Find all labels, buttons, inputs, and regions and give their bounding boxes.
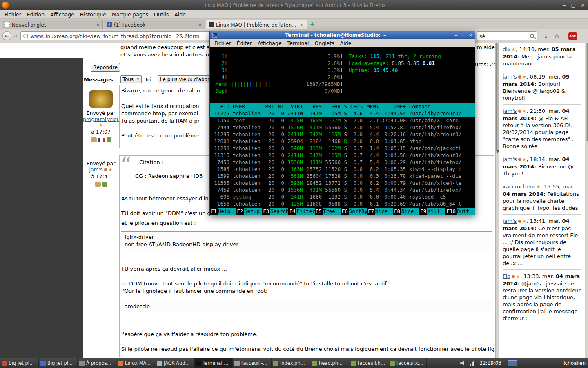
menu-affichage[interactable]: Affichage [47,11,77,18]
back-button[interactable]: ← [2,31,11,40]
tab-close-icon[interactable]: × [96,22,100,28]
fkey[interactable]: F2 [236,208,244,215]
search-icon[interactable] [530,34,534,38]
contacts-icon[interactable] [91,137,97,142]
shout-user-link[interactable]: jam's [503,74,517,80]
fkey-label[interactable]: Quit [457,208,475,215]
terminal-menu-diter[interactable]: Éditer [234,40,255,47]
close-button[interactable]: × [581,2,585,8]
messages-filter-select[interactable]: Tous ▼ [120,75,142,83]
fkey[interactable]: F10 [445,208,457,215]
menu-outils[interactable]: Outils [151,11,172,18]
terminal-menu-affichage[interactable]: Affichage [255,40,285,47]
taskbar-item-big-jet-pl[interactable]: Big jet pl... [39,358,78,368]
htop-header-row[interactable]: PIDUSERPRINIVIRTRESSHRSCPU%MEM%TIME+Comm… [210,103,475,110]
fkey[interactable]: F9 [419,208,427,215]
shout-user-link[interactable]: xaccrocheur [503,184,535,190]
url-text[interactable]: www.linuxmao.org/tiki-view_forum_thread.… [31,33,200,39]
fkey-label[interactable]: SortBy [349,208,367,215]
process-row[interactable]: 11315tchoalien2002411M347M115MS0.74.40:0… [210,152,475,159]
shout-user-link[interactable]: jam's [503,156,517,162]
terminal-menu-fichier[interactable]: Fichier [212,40,234,47]
tab-linux-mao-probl-me-de-laten[interactable]: Linux MAO | Problème de laten...× [206,20,307,29]
network-icon[interactable] [470,361,474,366]
contacts-icon[interactable] [95,182,101,187]
fkey-label[interactable]: Nice - [375,208,393,215]
fkey-label[interactable]: Help [218,208,236,215]
taskbar-item-acceuil[interactable]: [acceuil -... [233,358,272,368]
menu-historique[interactable]: Historique [77,11,109,18]
terminal-body[interactable]: 1[|3.9%]2[|2.6%]3[|3.3%]4[|2.0%]Mem[||||… [210,47,475,215]
badge-icon[interactable] [102,182,107,187]
home-icon[interactable]: ⌂ [555,32,559,40]
process-row[interactable]: 1585tchoalien200163M1575211520S0.00.21:0… [210,166,475,173]
process-row[interactable]: 12001tchoalien2002590421841468R2.00.00:0… [210,138,475,145]
maximize-button[interactable]: □ [461,33,465,38]
fkey[interactable]: F1 [210,208,218,215]
search-input[interactable]: sé [477,31,537,40]
tab-1-facebook[interactable]: f(1) Facebook× [104,20,205,29]
flag-france-icon[interactable] [98,138,105,142]
menu-marque-pages[interactable]: Marque-pages [109,11,151,18]
process-row[interactable]: 696syslog200241M16601132S0.00.00:00.40rs… [210,193,475,200]
taskbar-item-linux-ma[interactable]: Linux MA... [116,358,155,368]
terminal-menu-aide[interactable]: Aide [337,40,354,47]
shout-user-link[interactable]: jam's [503,218,517,224]
page-scrollbar[interactable] [585,43,588,358]
author-link[interactable]: programLyrique [83,116,123,122]
shout-user-link[interactable]: dlx [503,46,511,52]
fkey[interactable]: F7 [367,208,375,215]
menu-dition[interactable]: Édition [24,11,47,18]
scrollbar-thumb[interactable] [496,43,499,150]
badge-icon[interactable] [107,137,111,142]
search-text[interactable]: sé [479,33,530,39]
process-row[interactable]: 11275tchoalien2002411M347M115MS4.64.41:4… [210,110,475,117]
terminal-menu-onglets[interactable]: Onglets [312,40,337,47]
minimize-button[interactable]: − [562,2,566,8]
reply-button[interactable]: Répondre [91,63,120,72]
taskbar-item-propos[interactable]: À propos... [78,358,116,368]
downloads-icon[interactable]: ↓ [543,33,548,39]
terminal-menu-terminal[interactable]: Terminal [285,40,312,47]
taskbar-item-jack-aud[interactable]: JACK Aud... [155,358,194,368]
maximize-button[interactable]: □ [571,2,576,8]
process-row[interactable]: 1599tchoalien200561M2560417528S0.00.30:2… [210,173,475,180]
fkey-label[interactable]: Setup [244,208,262,215]
scrollbar-thumb[interactable] [586,43,588,141]
menu-aide[interactable]: Aide [172,11,189,18]
tab-nouvel-onglet[interactable]: Nouvel onglet× [2,20,103,29]
fkey[interactable]: F3 [262,208,270,215]
tab-close-icon[interactable]: × [198,22,202,28]
fkey[interactable]: F6 [341,208,349,215]
shout-user-link[interactable]: jam's [503,108,517,114]
fkey-label[interactable]: Tree [323,208,341,215]
process-row[interactable]: 7450tchoalien2001536M431M55560S0.75.40:0… [210,159,475,166]
taskbar-item-acceuil-h[interactable]: [acceuil.h... [349,358,388,368]
process-row[interactable]: 11335tchoalien200593M1845213772S0.00.20:… [210,180,475,186]
taskbar-item-acceuil-c[interactable]: [acceuil.c... [388,358,427,368]
new-tab-button[interactable]: + [310,20,315,28]
process-row[interactable]: 1350root200435M165M127MS2.02.132:41.00/u… [210,117,475,124]
forward-button[interactable]: → [13,33,18,39]
process-row[interactable]: 11295tchoalien2002411M347M115MS2.04.40:2… [210,131,475,138]
fkey[interactable]: F5 [315,208,323,215]
close-button[interactable]: × [469,33,472,38]
tab-close-icon[interactable]: × [300,22,304,28]
fkey-label[interactable]: Nice + [401,208,419,215]
fkey-label[interactable]: Search [270,208,288,215]
fkey-label[interactable]: Kill [427,208,445,215]
fkey[interactable]: F8 [393,208,401,215]
taskbar-item-index-ph[interactable]: index.ph... [272,358,310,368]
author-link[interactable]: jam's [89,166,102,173]
taskbar-item-head-ph[interactable]: head.ph... [310,358,349,368]
taskbar-item-terminal[interactable]: Terminal ... [194,358,233,368]
process-row[interactable]: 11258tchoalien200598M113M102MS0.71.40:05… [210,145,475,152]
minimize-button[interactable]: − [454,33,458,38]
process-row[interactable]: 1656tchoalien200125M116089588S0.00.10:29… [210,200,475,207]
fkey-label[interactable]: Filter [296,208,315,215]
process-row[interactable]: 7444tchoalien2001536M431M55560S2.05.419:… [210,124,475,131]
inner-scrollbar[interactable] [495,43,499,358]
avatar[interactable] [89,90,113,108]
terminal-titlebar[interactable]: >_ Terminal - tchoalien@HomeStudio: ~ − … [210,31,475,39]
volume-icon[interactable] [460,361,465,366]
